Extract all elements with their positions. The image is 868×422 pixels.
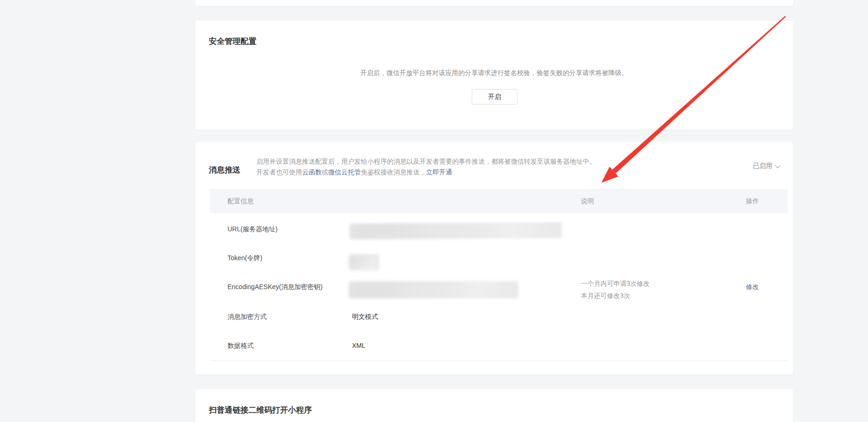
table-row-token: Token(令牌)	[210, 254, 788, 263]
redacted-url-value	[350, 222, 562, 239]
column-header-config: 配置信息	[227, 197, 254, 206]
chevron-down-icon	[775, 163, 780, 168]
table-bottom-divider	[210, 360, 788, 361]
message-push-card: 消息推送 启用并设置消息推送配置后，用户发给小程序的消息以及开发者需要的事件推送…	[195, 142, 793, 374]
security-config-card: 安全管理配置 开启后，微信开放平台将对该应用的分享请求进行签名校验，验签失败的分…	[195, 21, 793, 130]
qr-link-card: 扫普通链接二维码打开小程序	[195, 389, 793, 422]
modify-link[interactable]: 修改	[746, 283, 759, 291]
previous-card-fragment	[195, 0, 793, 6]
desc-or: 或	[322, 168, 328, 176]
security-card-title: 安全管理配置	[209, 36, 256, 47]
message-push-title: 消息推送	[209, 165, 241, 175]
enable-button[interactable]: 开启	[472, 89, 517, 104]
row-label: EncodingAESKey(消息加密密钥)	[227, 283, 323, 291]
redacted-aeskey-value	[349, 281, 518, 298]
message-push-desc-line1: 启用并设置消息推送配置后，用户发给小程序的消息以及开发者需要的事件推送，都将被微…	[256, 156, 596, 167]
config-table-header: 配置信息 说明 操作	[210, 189, 788, 213]
status-label: 已启用	[753, 162, 772, 169]
note-line2: 本月还可修改3次	[581, 290, 650, 302]
column-header-action: 操作	[746, 197, 759, 206]
row-label: 消息加密方式	[227, 313, 267, 321]
row-label: URL(服务器地址)	[227, 225, 277, 234]
table-row-encrypt-mode: 消息加密方式 明文模式	[210, 313, 788, 322]
table-row-data-format: 数据格式 XML	[210, 342, 788, 351]
row-value: 明文模式	[352, 313, 378, 321]
cloud-function-link[interactable]: 云函数	[302, 168, 322, 176]
cloud-hosting-link[interactable]: 微信云托管	[328, 168, 361, 176]
aeskey-modify-note: 一个月内可申请3次修改 本月还可修改3次	[581, 277, 650, 302]
security-card-description: 开启后，微信开放平台将对该应用的分享请求进行签名校验，验签失败的分享请求将被降级…	[195, 69, 793, 77]
message-push-description: 启用并设置消息推送配置后，用户发给小程序的消息以及开发者需要的事件推送，都将被微…	[256, 156, 596, 178]
row-value: XML	[352, 342, 365, 349]
note-line1: 一个月内可申请3次修改	[581, 277, 650, 290]
activate-now-link[interactable]: 立即开通	[426, 168, 452, 176]
desc-line2-suffix: 免鉴权接收消息推送，	[361, 168, 426, 176]
redacted-token-value	[349, 254, 379, 270]
message-push-desc-line2: 开发者也可使用云函数或微信云托管免鉴权接收消息推送，立即开通	[256, 167, 596, 178]
row-label: Token(令牌)	[227, 254, 262, 263]
desc-line2-prefix: 开发者也可使用	[256, 168, 302, 176]
column-header-note: 说明	[581, 197, 594, 206]
status-dropdown[interactable]: 已启用	[753, 162, 779, 170]
qr-card-title: 扫普通链接二维码打开小程序	[209, 405, 312, 415]
row-label: 数据格式	[227, 342, 254, 350]
